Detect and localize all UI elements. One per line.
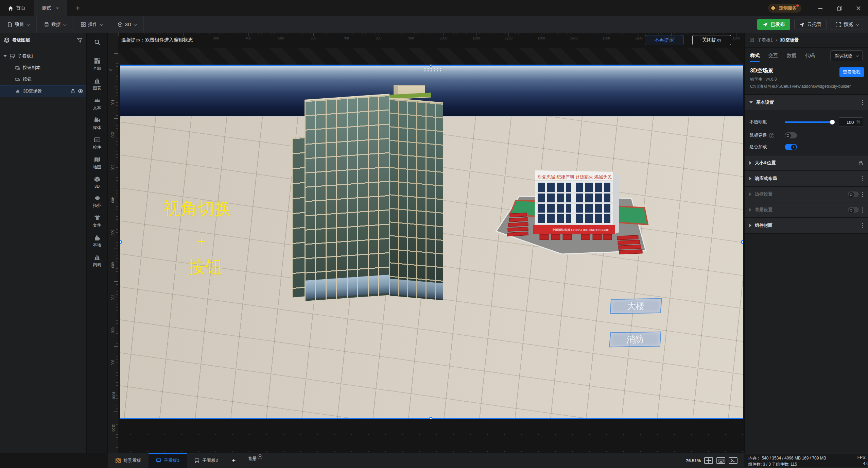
tab-close-icon[interactable]: × [56, 5, 59, 11]
cube-icon [118, 22, 123, 27]
close-icon [856, 6, 861, 11]
caret-down-icon[interactable] [3, 55, 7, 57]
canvas-board[interactable]: 对党忠诚 纪律严明 赴汤蹈火 竭诚为民 中国消防救援 CHINA FIRE AN… [120, 65, 743, 419]
scene-text-view-switch[interactable]: 视角切换 [163, 197, 231, 220]
background-toggle[interactable] [848, 207, 859, 213]
section-border-header[interactable]: 边框设置 [745, 187, 868, 202]
load-toggle[interactable] [785, 144, 797, 150]
scene-button-building[interactable]: 大楼 [610, 298, 662, 314]
category-suite[interactable]: 套件 [93, 214, 101, 228]
section-background-header[interactable]: 背景设置 [745, 202, 868, 217]
kebab-menu-icon[interactable] [862, 207, 863, 208]
category-topology[interactable]: 拓扑 [93, 195, 101, 208]
slider-knob[interactable] [830, 120, 835, 124]
tree-item-button[interactable]: 按钮 [0, 73, 86, 85]
tab-style[interactable]: 样式 [750, 48, 760, 64]
ruler-label: 900 [111, 360, 115, 366]
help-icon[interactable]: ? [769, 133, 774, 138]
background-board-tab[interactable]: 背景 + [242, 453, 268, 468]
close-button[interactable] [849, 0, 868, 16]
custom-service-badge[interactable]: 定制服务 [768, 4, 801, 13]
breadcrumb-parent[interactable]: 子看板1 [757, 37, 773, 43]
selection-handle-bottom[interactable] [429, 417, 433, 419]
zoom-level[interactable]: 76.51% [686, 458, 701, 463]
tab-home[interactable]: 首页 [0, 0, 34, 16]
tree-item-button-copy[interactable]: 按钮副本 [0, 62, 86, 73]
scene-text-plus[interactable]: + [197, 234, 205, 249]
menu-project[interactable]: 项目 [0, 16, 37, 33]
home-icon [8, 6, 13, 11]
border-toggle[interactable] [848, 191, 859, 197]
category-local[interactable]: 本地 [93, 234, 101, 248]
workspace[interactable]: 对党忠诚 纪律严明 赴汤蹈火 竭诚为民 中国消防救援 CHINA FIRE AN… [118, 48, 744, 453]
fire-station-model[interactable]: 对党忠诚 纪律严明 赴汤蹈火 竭诚为民 中国消防救援 CHINA FIRE AN… [492, 165, 682, 270]
filter-icon[interactable] [77, 38, 82, 43]
bottom-bar: 前景看板 子看板1 子看板2 + 背景 + 76.51% [0, 453, 868, 468]
tutorial-button[interactable]: 查看教程 [839, 67, 864, 77]
publish-button[interactable]: 已发布 [757, 19, 790, 30]
opacity-slider[interactable] [785, 121, 834, 123]
tab-data[interactable]: 数据 [787, 48, 796, 64]
section-size-position: 大小&位置 [745, 155, 868, 171]
tree-item-board[interactable]: 子看板1 [0, 50, 86, 62]
category-map[interactable]: 地图 [93, 156, 101, 170]
eye-icon[interactable] [78, 89, 83, 94]
chevron-down-icon [100, 22, 103, 26]
category-controls[interactable]: 控件 [93, 136, 101, 150]
add-background-icon[interactable]: + [258, 454, 262, 459]
unlock-icon[interactable] [70, 89, 75, 94]
board-tab-sub2[interactable]: 子看板2 [187, 453, 225, 468]
opacity-input[interactable]: 100 % [839, 117, 863, 127]
category-beta[interactable]: 内测 [93, 254, 101, 268]
tree-item-3d-scene[interactable]: 3D空场景 [0, 85, 86, 97]
bar-chart-icon [94, 254, 101, 261]
kebab-menu-icon[interactable] [862, 100, 863, 101]
restore-button[interactable] [830, 0, 849, 16]
tab-interaction[interactable]: 交互 [768, 48, 778, 64]
lock-icon[interactable] [858, 161, 863, 166]
board-tab-sub1[interactable]: 子看板1 [149, 453, 187, 468]
kebab-menu-icon[interactable] [862, 223, 863, 224]
fit-view-button[interactable] [704, 457, 713, 464]
category-charts[interactable]: 图表 [93, 77, 101, 91]
mouse-through-toggle[interactable] [785, 132, 797, 138]
section-cover-header[interactable]: 组件封面 [745, 218, 868, 233]
section-cover: 组件封面 [745, 218, 868, 234]
menu-3d[interactable]: 3D [110, 16, 144, 33]
new-tab-button[interactable]: + [67, 0, 89, 16]
category-text[interactable]: 文本 [93, 97, 101, 111]
state-select[interactable]: 默认状态 [830, 50, 863, 61]
hint-text: 温馨提示：双击组件进入编辑状态 [118, 37, 193, 43]
glass-tower-model[interactable] [292, 94, 445, 313]
close-hint-button[interactable]: 关闭提示 [692, 35, 731, 45]
category-3d[interactable]: 3D [94, 176, 101, 189]
search-icon[interactable] [94, 39, 100, 45]
vertical-ruler: 010020030040050060070080090010001100 [108, 48, 118, 453]
minimize-button[interactable] [811, 0, 830, 16]
tab-document[interactable]: 测试 × [34, 0, 67, 16]
category-all[interactable]: 全部 [93, 57, 101, 71]
section-size-header[interactable]: 大小&位置 [745, 155, 868, 170]
mouse-through-label: 鼠标穿透 [749, 132, 767, 138]
easel-icon [10, 53, 15, 59]
tab-document-label: 测试 [42, 5, 51, 11]
dismiss-hint-button[interactable]: 不再提示 [645, 35, 683, 45]
section-basic-header[interactable]: 基本设置 [745, 95, 868, 110]
tab-code[interactable]: 代码 [805, 48, 815, 64]
scene-text-button[interactable]: 按钮 [188, 256, 222, 279]
selection-handle-right[interactable] [741, 240, 743, 244]
cloud-host-button[interactable]: 云托管 [794, 19, 827, 30]
drag-grip-dots[interactable] [423, 67, 441, 71]
kebab-menu-icon[interactable] [862, 176, 863, 177]
kebab-menu-icon[interactable] [862, 192, 863, 193]
scene-button-fire[interactable]: 消防 [609, 332, 661, 348]
menu-data[interactable]: 数据 [37, 16, 73, 33]
board-tab-foreground[interactable]: 前景看板 [108, 453, 149, 468]
console-button[interactable] [729, 457, 737, 464]
category-media[interactable]: 媒体 [93, 117, 101, 131]
preview-button[interactable]: 预览 [831, 19, 863, 30]
add-board-button[interactable]: + [225, 453, 242, 468]
section-responsive-header[interactable]: 响应式布局 [745, 171, 868, 186]
menu-actions[interactable]: 操作 [73, 16, 110, 33]
keyboard-shortcuts-button[interactable] [716, 457, 725, 464]
